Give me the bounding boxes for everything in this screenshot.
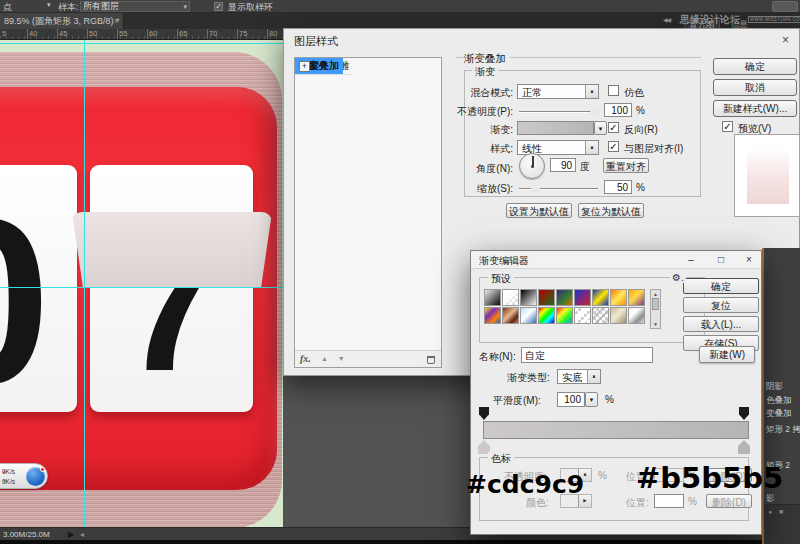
minimize-icon[interactable]: – <box>681 253 701 267</box>
ok-button[interactable]: 确定 <box>683 278 759 294</box>
ok-button[interactable]: 确定 <box>713 58 797 75</box>
gradient-preset-fill <box>611 308 626 323</box>
gradient-name-input[interactable]: 自定 <box>521 347 653 363</box>
reset-button[interactable]: 复位 <box>683 297 759 313</box>
layer-row-色叠加[interactable]: 色叠加 <box>766 395 800 407</box>
reorder-arrows-icon[interactable]: ▲ ▼ <box>321 355 349 362</box>
gradient-preset-orange-yellow-orange[interactable] <box>610 289 627 306</box>
net-up-row: ▲0K/s <box>2 467 28 476</box>
gradient-preset-transparent-stripes[interactable] <box>574 307 591 324</box>
net-app-icon[interactable] <box>26 467 45 486</box>
gradient-preset-fg-to-bg[interactable] <box>484 289 501 306</box>
layer-row-矩形 2 拷贝[interactable]: 矩形 2 拷贝 <box>766 424 800 436</box>
fx-icon[interactable]: fx. <box>300 353 311 364</box>
scroll-up-icon[interactable]: ▲ <box>651 291 660 297</box>
status-arrow-icon[interactable]: ▶ <box>68 530 74 539</box>
gradient-type-dropdown[interactable]: 实底 ▲▼ <box>557 369 601 384</box>
gradient-preset-fill <box>611 290 626 305</box>
layers-panel-footer: ● ■ <box>764 504 800 544</box>
trash-icon[interactable] <box>427 356 435 364</box>
layer-fx-icon[interactable]: ● <box>768 508 772 515</box>
guide-horizontal-top[interactable] <box>0 43 283 44</box>
sample-layers-dropdown[interactable]: 所有图层 ▾ <box>80 1 190 12</box>
ruler-tick-80: 80 <box>269 29 277 38</box>
load-button[interactable]: 载入(L)... <box>683 316 759 332</box>
reset-default-button[interactable]: 复位为默认值 <box>578 203 644 218</box>
layer-row-变叠加[interactable]: 变叠加 <box>766 408 800 420</box>
angle-dial[interactable] <box>519 153 545 179</box>
smoothness-input[interactable]: 100 <box>557 392 585 407</box>
style-label: 样式: <box>490 142 513 156</box>
plus-icon[interactable]: + <box>299 61 310 72</box>
gradient-preset-blue-yellow-blue[interactable] <box>592 289 609 306</box>
gradient-preset-faint-stripes[interactable] <box>592 307 609 324</box>
gradient-preset-copper[interactable] <box>502 307 519 324</box>
ruler-tick-60: 60 <box>149 29 157 38</box>
scale-slider[interactable] <box>519 188 598 189</box>
reverse-checkbox[interactable]: ✓ <box>608 122 619 133</box>
layer-row-阴影[interactable]: 阴影 <box>766 381 800 393</box>
gradient-preset-fg-to-transparent[interactable] <box>502 289 519 306</box>
gradient-swatch[interactable] <box>517 121 594 135</box>
gradient-preset-linen[interactable] <box>610 307 627 324</box>
scale-input[interactable]: 50 <box>604 180 632 194</box>
reset-align-button[interactable]: 重置对齐 <box>603 158 649 173</box>
canvas[interactable]: 0 7 ▲0K/s ▼0K/s <box>0 40 283 527</box>
angle-input[interactable]: 90 <box>550 158 576 172</box>
document-tab[interactable]: 89.5% (圆角矩形 3, RGB/8) * × <box>0 13 124 29</box>
smoothness-arrow[interactable]: ▼ <box>585 392 598 407</box>
gradient-preset-silver[interactable] <box>628 307 645 324</box>
preview-checkbox[interactable]: ✓ <box>722 121 733 132</box>
gradient-preset-spectrum-diagonal[interactable] <box>484 307 501 324</box>
network-speed-widget[interactable]: ▲0K/s ▼0K/s <box>0 463 48 489</box>
folder-icon[interactable]: ■ <box>779 508 783 515</box>
cancel-button[interactable]: 取消 <box>713 79 797 96</box>
opacity-slider[interactable] <box>519 111 598 112</box>
gradient-preset-rainbow[interactable] <box>538 307 555 324</box>
stop-position-input[interactable] <box>654 494 684 508</box>
styles-list: 样式混合选项斜面和浮雕等高线纹理描边+✓内阴影+内发光光泽✓颜色叠加+✓渐变叠加… <box>294 57 442 368</box>
guide-horizontal-middle[interactable] <box>0 287 283 288</box>
taskbar-edge <box>0 540 800 544</box>
close-icon[interactable]: × <box>782 33 789 47</box>
new-style-button[interactable]: 新建样式(W)... <box>713 100 797 117</box>
gradient-preset-blue-red[interactable] <box>574 289 591 306</box>
gradient-overlay-settings: 渐变叠加 渐变 混合模式: 正常 ▲▼ 仿色 不透明度(P): 100 % 渐变… <box>464 52 701 220</box>
guide-vertical[interactable] <box>84 40 85 527</box>
scrollbar[interactable]: ▲ ▼ <box>650 289 661 329</box>
window-titlebar[interactable]: 渐变编辑器 – □ × <box>471 251 761 269</box>
style-item-投影[interactable]: 投影+ <box>295 58 323 75</box>
opacity-stop-right[interactable] <box>739 407 749 420</box>
opacity-stop-left[interactable] <box>479 407 489 420</box>
blend-mode-dropdown[interactable]: 正常 ▲▼ <box>517 84 599 99</box>
align-checkbox[interactable]: ✓ <box>608 141 619 152</box>
chevron-down-icon[interactable]: ▾ <box>47 1 51 9</box>
delete-stop-button: 删除(D) <box>706 494 752 508</box>
new-gradient-button[interactable]: 新建(W) <box>699 346 755 363</box>
gradient-picker-arrow[interactable]: ▼ <box>594 121 607 135</box>
gradient-preset-transparent-rainbow[interactable] <box>556 307 573 324</box>
color-stop-right[interactable] <box>738 440 750 454</box>
scrollbar-thumb[interactable] <box>652 298 659 310</box>
gradient-preset-chrome-blue[interactable] <box>520 307 537 324</box>
preset-grid <box>484 289 645 324</box>
close-icon[interactable]: × <box>739 253 759 267</box>
maximize-icon[interactable]: □ <box>711 253 731 267</box>
gradient-preset-fill <box>503 290 518 305</box>
set-default-button[interactable]: 设置为默认值 <box>506 203 572 218</box>
gradient-preset-yellow-purple[interactable] <box>628 289 645 306</box>
status-arrow2-icon: ◂ <box>80 530 84 539</box>
gradient-preset-violet-orange[interactable] <box>556 289 573 306</box>
digit-card-right: 7 <box>90 165 253 412</box>
workspace-switcher-button[interactable] <box>772 1 798 12</box>
scroll-down-icon[interactable]: ▼ <box>651 321 660 327</box>
gear-icon[interactable]: ⚙. <box>670 272 686 283</box>
show-sampling-ring-checkbox[interactable]: ✓ <box>214 2 223 11</box>
gradient-bar[interactable] <box>483 421 749 439</box>
document-size: 3.00M/25.0M <box>3 530 50 539</box>
dither-checkbox[interactable] <box>608 85 619 96</box>
gradient-preset-red-green[interactable] <box>538 289 555 306</box>
opacity-input[interactable]: 100 <box>604 103 632 117</box>
gradient-preset-black-white[interactable] <box>520 289 537 306</box>
close-icon[interactable]: × <box>114 13 119 29</box>
